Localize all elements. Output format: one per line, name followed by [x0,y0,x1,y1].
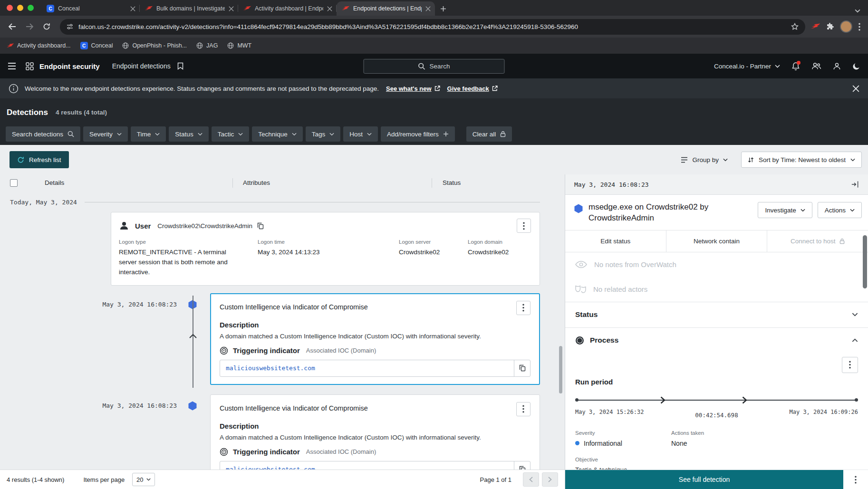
user-detail-card[interactable]: User Crowdstrike02\CrowdstrikeAdmin Logo… [111,212,540,286]
filter-host[interactable]: Host [343,126,378,142]
bookmark-page-icon[interactable] [177,62,183,70]
bookmark-openphish[interactable]: OpenPhish - Phish... [122,42,187,49]
bookmark-label: Conceal [91,42,113,49]
column-attributes: Attributes [232,178,432,188]
browser-tab-endpoint-detections[interactable]: Endpoint detections | Endpoin... [337,1,435,16]
investigate-button[interactable]: Investigate [758,202,812,218]
browser-tab-conceal[interactable]: C Conceal [41,1,140,16]
overwatch-eye-icon [575,260,587,268]
see-whats-new-link[interactable]: See what's new [386,85,440,92]
process-section-header[interactable]: Process [565,327,868,353]
card-kebab-menu[interactable] [516,402,530,416]
new-tab-button[interactable] [437,2,449,15]
extensions-puzzle-icon[interactable] [826,23,834,30]
tab-close-icon[interactable] [229,6,234,11]
next-page-button[interactable] [542,472,558,487]
browser-profile-avatar[interactable] [840,20,852,33]
refresh-list-button[interactable]: Refresh list [10,151,69,168]
site-info-icon[interactable] [67,23,73,30]
minimize-window-button[interactable] [17,5,23,11]
field-value: REMOTE_INTERACTIVE - A terminal server s… [119,248,243,278]
user-profile-icon[interactable] [833,62,841,70]
tab-close-icon[interactable] [425,6,431,11]
browser-tab-activity-dashboard[interactable]: Activity dashboard | Endpoint... [238,1,337,16]
ioc-domain-value[interactable]: maliciouswebsitetest.com [220,461,514,470]
bookmark-mwt[interactable]: MWT [227,42,251,49]
filter-time[interactable]: Time [131,126,166,142]
page-breadcrumb[interactable]: Endpoint detections [112,62,171,70]
copy-icon[interactable] [514,461,530,470]
external-link-icon [434,86,440,91]
page-size-select[interactable]: 20 [132,473,155,486]
search-detections-filter[interactable]: Search detections [6,126,80,142]
detection-card-selected[interactable]: Custom Intelligence via Indicator of Com… [210,293,540,385]
sort-dropdown[interactable]: Sort by Time: Newest to oldest [741,152,862,168]
filter-tactic[interactable]: Tactic [212,126,250,142]
column-details: Details [27,179,232,186]
globe-icon [122,42,129,49]
card-kebab-menu[interactable] [517,219,531,233]
timeline-arrow-right-icon [742,396,747,404]
falcon-favicon [7,43,14,48]
hamburger-menu-icon[interactable] [8,63,16,69]
timeline-line [576,400,857,401]
reload-button[interactable] [39,19,54,34]
filter-tags[interactable]: Tags [306,126,341,142]
address-bar[interactable]: falcon.us-2.crowdstrike.com/activity-v2/… [60,19,805,35]
tab-close-icon[interactable] [130,6,135,11]
bookmark-activity-dashboard[interactable]: Activity dashboard... [7,42,71,49]
edit-status-tab[interactable]: Edit status [565,230,666,252]
tab-close-icon[interactable] [327,6,332,11]
banner-close-icon[interactable] [852,85,859,92]
add-remove-filters-button[interactable]: Add/remove filters [381,126,455,142]
card-kebab-menu[interactable] [516,301,530,315]
notifications-bell-icon[interactable] [791,62,800,71]
bookmark-star-icon[interactable] [791,23,799,30]
clear-all-button[interactable]: Clear all [466,126,512,142]
see-full-detection-button[interactable]: See full detection [565,470,843,489]
close-window-button[interactable] [7,5,13,11]
theme-moon-icon[interactable] [852,62,860,70]
panel-timestamp: May 3, 2024 16:08:23 [574,181,649,188]
filter-technique[interactable]: Technique [252,126,303,142]
chevron-down-icon [723,158,728,162]
give-feedback-link[interactable]: Give feedback [447,85,498,92]
previous-page-button[interactable] [523,472,539,487]
back-button[interactable] [5,19,20,34]
field-value: May 3, 2024 14:13:23 [258,248,399,258]
tenant-selector[interactable]: Conceal.io - Partner [714,63,780,70]
crowdstrike-extension-icon[interactable] [811,23,820,30]
zoom-window-button[interactable] [28,5,34,11]
list-scrollbar[interactable] [559,346,562,393]
process-kebab-menu[interactable] [842,357,858,373]
global-search-input[interactable]: Search [364,59,505,74]
triggering-indicator-label: Triggering indicator [233,346,300,355]
panel-collapse-icon[interactable] [851,181,859,188]
copy-icon[interactable] [257,222,264,230]
status-section-header[interactable]: Status [565,302,868,327]
actions-button[interactable]: Actions [818,202,862,218]
network-contain-tab[interactable]: Network contain [666,230,767,252]
group-by-dropdown[interactable]: Group by [681,156,728,163]
browser-menu-kebab-icon[interactable] [858,23,860,31]
window-scrollbar-thumb[interactable] [863,235,867,288]
browser-tab-bulk-domains[interactable]: Bulk domains | Investigate | F... [140,1,238,16]
lock-icon [500,131,506,137]
ioc-domain-value[interactable]: maliciouswebsitetest.com [220,360,514,376]
timeline-arrow-right-icon [660,396,665,404]
bookmark-conceal[interactable]: C Conceal [80,42,113,49]
apps-grid-icon[interactable] [26,62,34,70]
footer-kebab-menu[interactable] [843,476,868,484]
bookmark-jag[interactable]: JAG [196,42,218,49]
copy-icon[interactable] [514,360,530,376]
host-groups-icon[interactable] [811,62,821,70]
user-label: User [135,222,151,230]
actor-masks-icon [575,285,586,293]
forward-button[interactable] [22,19,37,34]
tab-search-icon[interactable] [855,9,868,16]
filter-status[interactable]: Status [169,126,208,142]
detection-card[interactable]: Custom Intelligence via Indicator of Com… [210,394,540,470]
filter-severity[interactable]: Severity [83,126,128,142]
external-link-icon [492,86,498,91]
select-all-checkbox[interactable] [10,179,18,187]
